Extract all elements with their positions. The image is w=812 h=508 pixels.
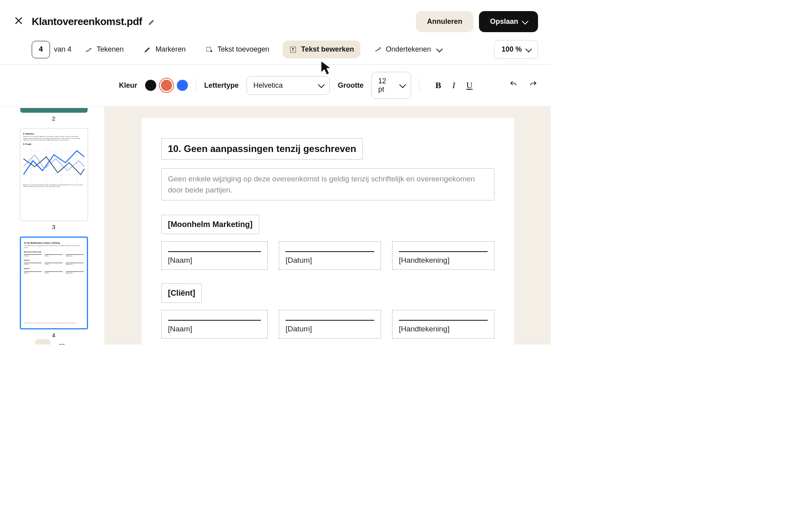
zoom-value: 100 % bbox=[502, 45, 522, 54]
draw-icon bbox=[85, 46, 93, 54]
color-label: Kleur bbox=[119, 81, 137, 90]
sig-signature-2[interactable]: [Handtekening] bbox=[392, 310, 494, 339]
party-2-label[interactable]: [Cliënt] bbox=[161, 283, 202, 303]
font-select[interactable]: Helvetica bbox=[247, 76, 330, 95]
rename-icon[interactable] bbox=[148, 18, 155, 25]
page-total-label: van 4 bbox=[54, 45, 71, 54]
divider bbox=[196, 79, 196, 92]
size-select[interactable]: 12 pt bbox=[372, 72, 411, 99]
page-number-input[interactable] bbox=[32, 41, 50, 58]
section-heading[interactable]: 10. Geen aanpassingen tenzij geschreven bbox=[161, 138, 363, 160]
svg-rect-2 bbox=[207, 47, 211, 52]
add-text-icon bbox=[205, 46, 213, 54]
chevron-down-icon bbox=[318, 81, 325, 88]
underline-button[interactable]: U bbox=[466, 80, 473, 90]
close-button[interactable] bbox=[13, 15, 25, 28]
signature-row-1: [Naam] [Datum] [Handtekening] bbox=[161, 241, 494, 270]
sig-signature-1[interactable]: [Handtekening] bbox=[392, 241, 494, 270]
document-title: Klantovereenkomst.pdf bbox=[32, 15, 142, 28]
chevron-down-icon bbox=[399, 81, 406, 88]
edit-text-icon bbox=[289, 46, 297, 54]
sig-date-2[interactable]: [Datum] bbox=[279, 310, 381, 339]
thumbnail-sidebar: 2 8. Statistics Statistics is the study … bbox=[0, 106, 105, 344]
save-label: Opslaan bbox=[490, 17, 518, 26]
section-body[interactable]: Geen enkele wijziging op deze overeenkom… bbox=[161, 168, 494, 200]
italic-button[interactable]: I bbox=[452, 80, 455, 90]
sig-name-1[interactable]: [Naam] bbox=[161, 241, 268, 270]
font-label: Lettertype bbox=[204, 81, 239, 90]
size-value: 12 pt bbox=[378, 77, 394, 94]
swatch-orange[interactable] bbox=[161, 80, 172, 91]
text-edit-toolbar: Kleur Lettertype Helvetica Grootte 12 pt… bbox=[0, 65, 551, 106]
tool-sign[interactable]: Ondertekenen bbox=[368, 40, 448, 58]
font-value: Helvetica bbox=[253, 81, 283, 90]
chevron-down-icon bbox=[522, 18, 529, 25]
tool-highlight[interactable]: Markeren bbox=[137, 40, 192, 58]
swatch-black[interactable] bbox=[145, 80, 156, 91]
page-4: 10. Geen aanpassingen tenzij geschreven … bbox=[142, 118, 514, 344]
thumb-label: 3 bbox=[11, 223, 96, 230]
thumb-label: 4 bbox=[11, 332, 96, 339]
divider bbox=[419, 79, 419, 92]
chevron-down-icon bbox=[525, 46, 532, 52]
signature-row-2: [Naam] [Datum] [Handtekening] bbox=[161, 310, 494, 339]
party-1-label[interactable]: [Moonhelm Marketing] bbox=[161, 215, 259, 234]
page-indicator: van 4 bbox=[32, 41, 71, 58]
size-label: Grootte bbox=[338, 81, 364, 90]
swatch-blue[interactable] bbox=[177, 80, 188, 91]
canvas-area[interactable]: 10. Geen aanpassingen tenzij geschreven … bbox=[105, 106, 551, 344]
sign-icon bbox=[374, 46, 382, 54]
sig-date-1[interactable]: [Datum] bbox=[279, 241, 381, 270]
header: Klantovereenkomst.pdf Annuleren Opslaan bbox=[0, 0, 551, 40]
highlight-icon bbox=[144, 46, 151, 54]
thumbnail-3[interactable]: 8. Statistics Statistics is the study an… bbox=[20, 128, 88, 221]
cancel-button[interactable]: Annuleren bbox=[416, 11, 473, 32]
undo-button[interactable] bbox=[509, 80, 518, 90]
color-swatches bbox=[145, 80, 188, 91]
view-toggle bbox=[35, 339, 70, 344]
grid-view-button[interactable] bbox=[54, 339, 70, 344]
save-button[interactable]: Opslaan bbox=[479, 11, 538, 32]
tool-edit-text[interactable]: Tekst bewerken bbox=[283, 40, 360, 58]
bold-button[interactable]: B bbox=[435, 80, 441, 90]
thumb-label: 2 bbox=[11, 115, 96, 122]
zoom-select[interactable]: 100 % bbox=[494, 40, 538, 59]
tool-add-text[interactable]: Tekst toevoegen bbox=[199, 40, 276, 58]
thumbnail-4[interactable]: 10. No Modifications Unless in Writing N… bbox=[20, 237, 88, 329]
tool-draw[interactable]: Tekenen bbox=[79, 40, 130, 58]
toolbar: van 4 Tekenen Markeren Tekst toevoegen T… bbox=[0, 40, 551, 65]
redo-button[interactable] bbox=[529, 80, 538, 90]
main: 2 8. Statistics Statistics is the study … bbox=[0, 106, 551, 344]
thumbnail-2-partial[interactable]: 2 bbox=[11, 108, 96, 122]
list-view-button[interactable] bbox=[35, 339, 51, 344]
sig-name-2[interactable]: [Naam] bbox=[161, 310, 268, 339]
chevron-down-icon bbox=[436, 46, 443, 52]
